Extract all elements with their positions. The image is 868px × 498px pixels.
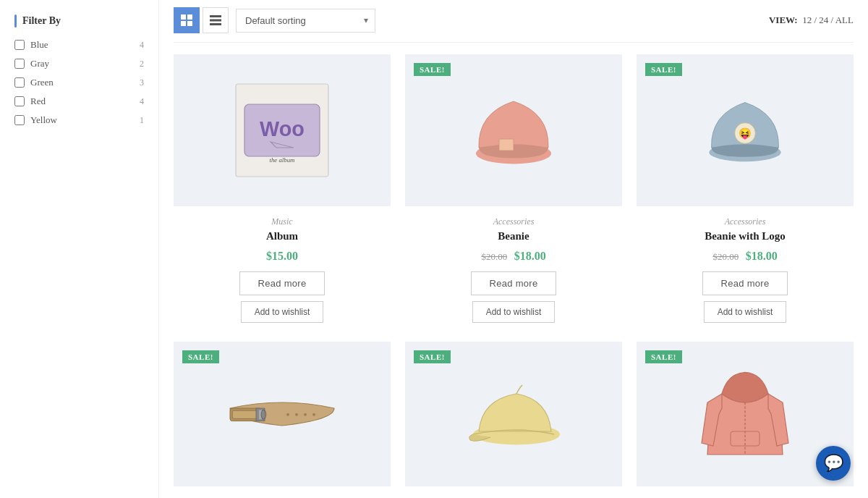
- product-card-album: Woo the album Music Album $15.00 Read mo…: [174, 54, 391, 327]
- product-name: Beanie with Logo: [642, 230, 848, 242]
- svg-text:😝: 😝: [739, 127, 752, 140]
- filter-count-red: 4: [140, 96, 144, 107]
- svg-rect-4: [210, 15, 221, 17]
- view-icons: [174, 7, 229, 33]
- filter-checkbox-blue[interactable]: [14, 40, 25, 50]
- filter-item-yellow: Yellow 1: [14, 114, 144, 126]
- view-count-label: VIEW:: [769, 14, 798, 25]
- price-current: $18.00: [514, 250, 546, 262]
- filter-count-gray: 2: [140, 59, 144, 69]
- product-price: $20.00 $18.00: [642, 250, 848, 263]
- svg-text:the album: the album: [270, 156, 295, 164]
- filter-item-blue: Blue 4: [14, 39, 144, 51]
- read-more-button[interactable]: Read more: [239, 271, 324, 295]
- product-image-beanie-logo[interactable]: SALE! 😝: [637, 54, 854, 206]
- product-category: Music: [179, 216, 385, 227]
- filter-item-gray: Gray 2: [14, 58, 144, 69]
- svg-rect-6: [210, 23, 221, 25]
- svg-rect-1: [187, 14, 192, 20]
- sale-badge: SALE!: [414, 63, 451, 76]
- product-price: $20.00 $18.00: [411, 250, 616, 263]
- filter-item-red: Red 4: [14, 96, 144, 107]
- sale-badge: SALE!: [645, 350, 682, 363]
- view-24-link[interactable]: 24: [819, 14, 828, 25]
- view-count: VIEW: 12 / 24 / ALL: [769, 14, 854, 26]
- filter-label-yellow[interactable]: Yellow: [30, 114, 57, 126]
- product-info-beanie-logo: Accessories Beanie with Logo $20.00 $18.…: [637, 206, 854, 327]
- main-content: Default sorting Sort by popularity Sort …: [159, 0, 868, 498]
- product-card-cap: SALE!: [405, 342, 622, 486]
- product-card-belt: SALE!: [174, 342, 391, 486]
- product-card-beanie-logo: SALE! 😝 Accessories Beanie with Logo $20…: [637, 54, 854, 327]
- product-actions: Read more Add to wishlist: [179, 271, 385, 323]
- svg-text:Woo: Woo: [260, 117, 305, 140]
- filter-count-yellow: 1: [140, 115, 144, 126]
- sort-select-wrapper: Default sorting Sort by popularity Sort …: [236, 9, 375, 33]
- chat-widget[interactable]: 💬: [816, 446, 851, 481]
- read-more-button[interactable]: Read more: [702, 271, 787, 295]
- filter-checkbox-green[interactable]: [14, 77, 25, 88]
- filter-label-green[interactable]: Green: [30, 77, 54, 88]
- price-old: $20.00: [481, 251, 507, 262]
- filter-list: Blue 4 Gray 2 Green 3 Red 4 Yell: [14, 39, 144, 126]
- list-view-button[interactable]: [203, 7, 229, 33]
- svg-rect-13: [499, 139, 514, 151]
- filter-count-green: 3: [140, 77, 144, 88]
- sale-badge: SALE!: [414, 350, 451, 363]
- product-name: Beanie: [411, 230, 616, 242]
- add-to-wishlist-button[interactable]: Add to wishlist: [704, 301, 787, 323]
- view-12-link[interactable]: 12: [802, 14, 812, 25]
- svg-rect-0: [181, 14, 186, 20]
- product-name: Album: [179, 230, 385, 242]
- add-to-wishlist-button[interactable]: Add to wishlist: [472, 301, 556, 323]
- svg-rect-5: [210, 20, 221, 22]
- filter-label-blue[interactable]: Blue: [30, 39, 48, 51]
- product-actions: Read more Add to wishlist: [411, 271, 616, 323]
- sale-badge: SALE!: [645, 63, 682, 76]
- add-to-wishlist-button[interactable]: Add to wishlist: [241, 301, 324, 323]
- sale-badge: SALE!: [182, 350, 219, 363]
- svg-rect-3: [187, 21, 192, 26]
- price-old: $20.00: [712, 251, 739, 262]
- svg-point-24: [304, 413, 307, 416]
- product-image-cap[interactable]: SALE!: [405, 342, 622, 486]
- product-image-album[interactable]: Woo the album: [174, 54, 391, 206]
- filter-count-blue: 4: [140, 40, 144, 51]
- toolbar: Default sorting Sort by popularity Sort …: [174, 7, 854, 43]
- sidebar: Filter By Blue 4 Gray 2 Green 3 R: [0, 0, 159, 498]
- chat-icon: 💬: [824, 454, 843, 473]
- filter-label-red[interactable]: Red: [30, 96, 46, 107]
- product-info-album: Music Album $15.00 Read more Add to wish…: [174, 206, 391, 327]
- sort-select[interactable]: Default sorting Sort by popularity Sort …: [236, 9, 375, 33]
- filter-checkbox-gray[interactable]: [14, 59, 25, 69]
- filter-title: Filter By: [14, 14, 144, 28]
- read-more-button[interactable]: Read more: [471, 271, 556, 295]
- price-current: $18.00: [746, 250, 778, 262]
- filter-item-green: Green 3: [14, 77, 144, 88]
- product-actions: Read more Add to wishlist: [642, 271, 848, 323]
- filter-label-gray[interactable]: Gray: [30, 58, 49, 69]
- product-grid: Woo the album Music Album $15.00 Read mo…: [174, 54, 854, 486]
- svg-point-22: [286, 413, 289, 416]
- svg-rect-18: [232, 410, 260, 418]
- svg-point-23: [295, 413, 298, 416]
- product-category: Accessories: [411, 216, 616, 227]
- grid-view-button[interactable]: [174, 7, 200, 33]
- product-image-belt[interactable]: SALE!: [174, 342, 391, 486]
- svg-point-25: [312, 413, 315, 416]
- product-price: $15.00: [179, 250, 385, 263]
- view-all-link[interactable]: ALL: [835, 14, 854, 25]
- product-image-beanie[interactable]: SALE!: [405, 54, 622, 206]
- filter-checkbox-yellow[interactable]: [14, 115, 25, 125]
- product-card-beanie: SALE! Accessories Beanie $20.00 $18.00: [405, 54, 622, 327]
- product-info-beanie: Accessories Beanie $20.00 $18.00 Read mo…: [405, 206, 622, 327]
- price-current: $15.00: [266, 250, 298, 262]
- product-category: Accessories: [642, 216, 848, 227]
- filter-checkbox-red[interactable]: [14, 96, 25, 106]
- svg-rect-2: [181, 21, 186, 26]
